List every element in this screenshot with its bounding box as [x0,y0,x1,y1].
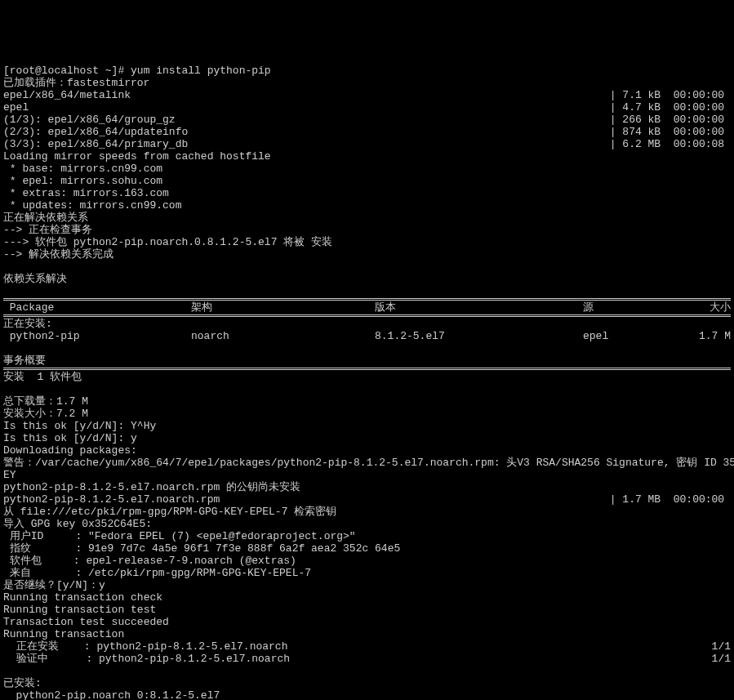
installed-pkg: python2-pip.noarch 0:8.1.2-5.el7 [3,689,220,700]
repo-row: (3/3): epel/x86_64/primary_db| 6.2 MB 00… [3,138,731,150]
key-fingerprint: 指纹 : 91e9 7d7c 4a5e 96f1 7f3e 888f 6a2f … [3,542,400,555]
pubkey-missing: python2-pip-8.1.2-5.el7.noarch.rpm 的公钥尚未… [3,481,300,493]
checking-tx: --> 正在检查事务 [3,224,92,236]
tx-summary: 事务概要 [3,354,46,367]
warning: 警告：/var/cache/yum/x86_64/7/epel/packages… [3,457,734,469]
separator [3,316,731,317]
table-row: python2-pipnoarch8.1.2-5.el7epel1.7 M [3,330,731,342]
dep-resolved: 依赖关系解决 [3,273,67,285]
dep-done: --> 解决依赖关系完成 [3,248,113,261]
rpm-row: python2-pip-8.1.2-5.el7.noarch.rpm| 1.7 … [3,493,731,506]
tx-test: Running transaction test [3,604,156,616]
shell-prompt: [root@localhost ~]# [3,65,131,77]
key-package: 软件包 : epel-release-7-9.noarch (@extras) [3,555,296,567]
loading-mirrors: Loading mirror speeds from cached hostfi… [3,150,271,163]
mirror-updates: * updates: mirrors.cn99.com [3,199,181,212]
repo-row: epel| 4.7 kB 00:00:00 [3,101,731,114]
key-from: 来自 : /etc/pki/rpm-gpg/RPM-GPG-KEY-EPEL-7 [3,567,311,579]
separator [3,300,731,301]
repo-row: (1/3): epel/x86_64/group_gz| 266 kB 00:0… [3,114,731,126]
separator [3,368,731,368]
plugin-loaded: 已加载插件：fastestmirror [3,77,149,89]
mirror-epel: * epel: mirrors.sohu.com [3,175,162,187]
command-text: yum install python-pip [131,65,271,77]
installing-label: 正在安装: [3,318,52,330]
resolving-deps: 正在解决依赖关系 [3,212,88,224]
tx-check: Running transaction check [3,591,162,604]
key-userid: 用户ID : "Fedora EPEL (7) <epel@fedoraproj… [3,530,356,542]
tx-succeeded: Transaction test succeeded [3,616,169,628]
installing-row: 正在安装 : python2-pip-8.1.2-5.el7.noarch1/1 [3,640,731,653]
terminal-output: [root@localhost ~]# yum install python-p… [3,52,731,700]
tx-running: Running transaction [3,628,124,640]
mirror-extras: * extras: mirrors.163.com [3,187,169,199]
continue-prompt[interactable]: 是否继续？[y/N]：y [3,579,105,591]
mirror-base: * base: mirrors.cn99.com [3,163,162,175]
separator [3,369,731,370]
total-download: 总下载量：1.7 M [3,395,88,408]
warning: EY [3,469,16,481]
downloading: Downloading packages: [3,444,137,457]
repo-row: epel/x86_64/metalink| 7.1 kB 00:00:00 [3,89,731,101]
repo-row: (2/3): epel/x86_64/updateinfo| 874 kB 00… [3,126,731,138]
will-install: ---> 软件包 python2-pip.noarch.0.8.1.2-5.el… [3,236,332,248]
installed-label: 已安装: [3,677,42,689]
verifying-row: 验证中 : python2-pip-8.1.2-5.el7.noarch1/1 [3,653,731,665]
retrieve-key: 从 file:///etc/pki/rpm-gpg/RPM-GPG-KEY-EP… [3,506,336,518]
import-key: 导入 GPG key 0x352C64E5: [3,518,152,530]
confirm-prompt[interactable]: Is this ok [y/d/N]: Y^Hy [3,420,156,432]
separator [3,314,731,315]
separator [3,298,731,299]
install-count: 安装 1 软件包 [3,371,82,383]
confirm-prompt[interactable]: Is this ok [y/d/N]: y [3,432,137,444]
table-header: Package架构版本源大小 [3,301,731,314]
install-size: 安装大小：7.2 M [3,408,88,420]
